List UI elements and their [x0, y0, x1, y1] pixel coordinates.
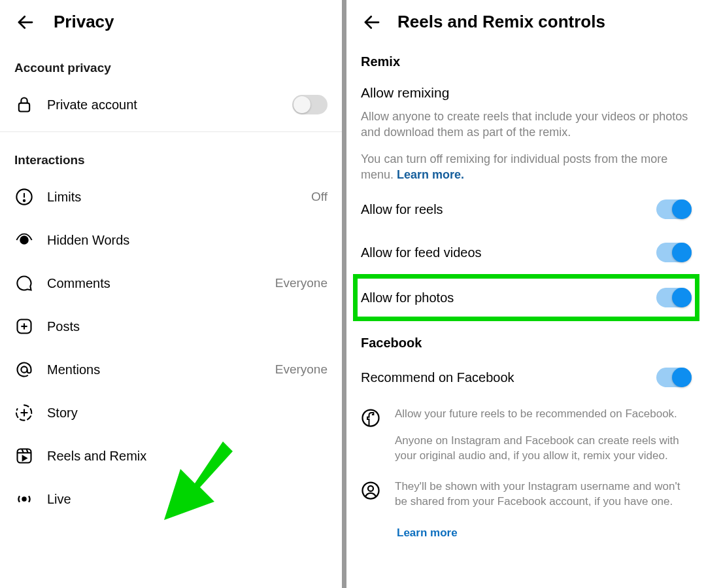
- allow-for-photos-label: Allow for photos: [361, 290, 454, 305]
- svg-rect-1: [19, 103, 29, 112]
- allow-for-photos-toggle[interactable]: [656, 288, 692, 307]
- hidden-words-icon: [14, 230, 34, 250]
- svg-point-9: [21, 366, 27, 372]
- private-account-label: Private account: [47, 97, 279, 112]
- mentions-icon: [14, 360, 34, 379]
- private-account-row[interactable]: Private account: [14, 83, 328, 126]
- posts-icon: [14, 317, 34, 336]
- hidden-words-label: Hidden Words: [47, 233, 328, 248]
- allow-for-feed-videos-label: Allow for feed videos: [361, 245, 482, 260]
- fb-info-1: Allow your future reels to be recommende…: [361, 399, 692, 472]
- mentions-value: Everyone: [275, 362, 328, 377]
- lock-icon: [14, 95, 34, 114]
- posts-row[interactable]: Posts: [14, 305, 328, 348]
- hidden-words-row[interactable]: Hidden Words: [14, 218, 328, 262]
- story-label: Story: [47, 406, 328, 421]
- svg-point-17: [22, 497, 25, 500]
- learn-more-link-2[interactable]: Learn more: [361, 517, 692, 540]
- comments-row[interactable]: Comments Everyone: [14, 262, 328, 305]
- remix-desc-2: You can turn off remixing for individual…: [361, 146, 692, 188]
- divider: [0, 131, 342, 132]
- limits-label: Limits: [47, 190, 298, 205]
- back-button-right[interactable]: [362, 12, 382, 32]
- allow-remixing-heading: Allow remixing: [361, 75, 692, 103]
- allow-for-feed-videos-row[interactable]: Allow for feed videos: [361, 231, 692, 274]
- recommend-on-facebook-label: Recommend on Facebook: [361, 370, 514, 385]
- limits-row[interactable]: Limits Off: [14, 175, 328, 218]
- allow-for-reels-label: Allow for reels: [361, 202, 443, 217]
- recommend-on-facebook-toggle[interactable]: [656, 368, 692, 387]
- remix-section-header: Remix: [361, 40, 692, 75]
- header: Privacy: [0, 0, 342, 45]
- private-account-toggle[interactable]: [292, 95, 328, 114]
- section-interactions: Interactions: [14, 137, 328, 175]
- mentions-label: Mentions: [47, 362, 262, 377]
- svg-point-5: [20, 236, 28, 244]
- svg-rect-12: [18, 449, 31, 463]
- reels-remix-row[interactable]: Reels and Remix: [14, 434, 328, 477]
- recommend-on-facebook-row[interactable]: Recommend on Facebook: [361, 356, 692, 399]
- section-account-privacy: Account privacy: [14, 45, 328, 83]
- profile-icon: [361, 481, 380, 500]
- back-button[interactable]: [16, 12, 35, 32]
- limits-icon: [14, 187, 34, 207]
- comments-label: Comments: [47, 276, 262, 291]
- story-icon: [14, 403, 34, 423]
- learn-more-link-1[interactable]: Learn more.: [397, 168, 464, 181]
- page-title-right: Reels and Remix controls: [397, 12, 605, 32]
- remix-desc-1: Allow anyone to create reels that includ…: [361, 103, 692, 146]
- svg-marker-16: [23, 456, 27, 460]
- reels-remix-label: Reels and Remix: [47, 449, 328, 464]
- fb-info-2: They'll be shown with your Instagram use…: [361, 472, 692, 517]
- comments-value: Everyone: [275, 276, 328, 290]
- mentions-row[interactable]: Mentions Everyone: [14, 348, 328, 391]
- svg-point-23: [368, 486, 373, 491]
- live-row[interactable]: Live: [14, 477, 328, 521]
- limits-value: Off: [311, 190, 328, 204]
- allow-for-reels-toggle[interactable]: [656, 199, 692, 219]
- allow-for-feed-videos-toggle[interactable]: [656, 243, 692, 262]
- header-right: Reels and Remix controls: [346, 0, 706, 40]
- allow-for-photos-row[interactable]: Allow for photos: [361, 279, 692, 317]
- live-label: Live: [47, 492, 328, 507]
- comments-icon: [14, 273, 34, 293]
- allow-for-reels-row[interactable]: Allow for reels: [361, 188, 692, 231]
- live-icon: [14, 489, 34, 509]
- facebook-section-header: Facebook: [361, 321, 692, 356]
- arrow-left-icon: [16, 12, 35, 32]
- highlight-annotation: Allow for photos: [353, 274, 699, 321]
- arrow-left-icon: [362, 12, 382, 32]
- reels-icon: [14, 446, 34, 466]
- facebook-icon: [361, 408, 380, 428]
- svg-point-4: [24, 200, 25, 201]
- page-title: Privacy: [54, 12, 114, 32]
- story-row[interactable]: Story: [14, 391, 328, 434]
- posts-label: Posts: [47, 319, 328, 334]
